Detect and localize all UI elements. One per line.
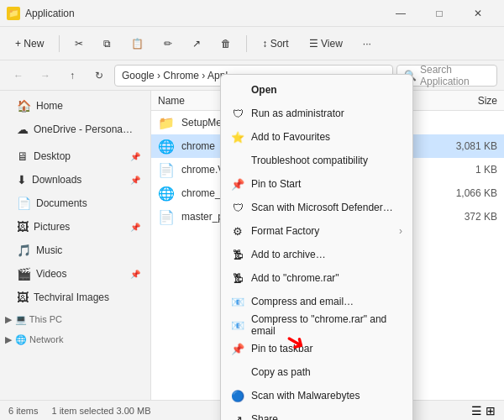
search-placeholder: Search Application [420, 64, 490, 87]
ctx-add-rar[interactable]: 🗜 Add to "chrome.rar" [221, 266, 412, 290]
downloads-icon: ⬇ [17, 173, 27, 186]
taskbar-icon: 📌 [231, 342, 244, 355]
sidebar-label-pictures: Pictures [34, 221, 70, 233]
context-menu: Open 🛡 Run as administrator ⭐ Add to Fav… [220, 74, 413, 420]
sidebar-label-desktop: Desktop [34, 150, 71, 162]
music-icon: 🎵 [17, 244, 31, 257]
proxy-icon: 🌐 [158, 186, 175, 202]
file-size-chromeproxy: 1,066 KB [430, 187, 497, 199]
forward-button[interactable]: → [34, 64, 57, 87]
sidebar-item-home[interactable]: 🏠 Home [3, 94, 147, 118]
fav-icon: ⭐ [231, 130, 244, 144]
sidebar-group-thispc[interactable]: ▶ 💻 This PC [0, 309, 150, 329]
sidebar-item-onedrive[interactable]: ☁ OneDrive - Persona… [3, 118, 147, 141]
techviral-icon: 🖼 [17, 291, 29, 304]
ctx-pin-start[interactable]: 📌 Pin to Start [221, 172, 412, 196]
grid-view-button[interactable]: ⊞ [486, 404, 496, 417]
ctx-compress-rar-email[interactable]: 📧 Compress to "chrome.rar" and email [221, 313, 412, 337]
sidebar-label-thispc: 💻 This PC [15, 314, 62, 325]
submenu-arrow: › [399, 225, 402, 237]
title-bar-title: Application [25, 8, 381, 19]
home-icon: 🏠 [17, 99, 31, 113]
toolbar-divider-2 [246, 35, 247, 52]
videos-icon: 🎬 [17, 267, 31, 281]
ctx-add-archive[interactable]: 🗜 Add to archive… [221, 243, 412, 266]
ctx-format-factory[interactable]: ⚙ Format Factory › [221, 219, 412, 243]
delete-button[interactable]: 🗑 [213, 30, 239, 57]
documents-icon: 📄 [17, 197, 31, 210]
sidebar-label-techviral: Techviral Images [34, 291, 109, 303]
new-button[interactable]: + New [7, 30, 52, 57]
sidebar-item-pictures[interactable]: 🖼 Pictures [3, 215, 147, 239]
breadcrumb-text: Google › Chrome › Appl [122, 70, 228, 81]
ctx-share[interactable]: ↗ Share [221, 407, 412, 420]
desktop-icon: 🖥 [17, 150, 29, 163]
toolbar: + New ✂ ⧉ 📋 ✏ ↗ 🗑 ↕ Sort ☰ View ··· [0, 27, 504, 60]
ctx-copy-path[interactable]: Copy as path [221, 360, 412, 384]
expand-icon-net: ▶ [5, 334, 12, 345]
share-button[interactable]: ↗ [184, 30, 209, 57]
sort-button[interactable]: ↕ Sort [254, 30, 297, 57]
refresh-button[interactable]: ↻ [87, 64, 111, 87]
sidebar-item-videos[interactable]: 🎬 Videos [3, 262, 147, 286]
close-button[interactable]: ✕ [459, 0, 497, 27]
sidebar-label-network: 🌐 Network [15, 334, 63, 345]
minimize-button[interactable]: — [381, 0, 420, 27]
up-button[interactable]: ↑ [60, 64, 84, 87]
status-view-toggle: ☰ ⊞ [471, 404, 496, 417]
cut-button[interactable]: ✂ [66, 30, 92, 57]
rename-button[interactable]: ✏ [155, 30, 181, 57]
expand-icon: ▶ [5, 314, 12, 325]
admin-icon: 🛡 [231, 107, 244, 120]
sidebar-label-documents: Documents [36, 197, 87, 209]
list-view-button[interactable]: ☰ [471, 404, 482, 417]
pin-icon: 📌 [231, 177, 244, 191]
trouble-icon [231, 154, 244, 167]
sidebar-group-network[interactable]: ▶ 🌐 Network [0, 329, 150, 349]
status-selected: 1 item selected 3.00 MB [51, 406, 150, 416]
malware-icon: 🔵 [231, 389, 244, 402]
ctx-compress-email[interactable]: 📧 Compress and email… [221, 290, 412, 313]
sidebar-label-downloads: Downloads [32, 174, 81, 186]
sidebar-item-downloads[interactable]: ⬇ Downloads [3, 168, 147, 192]
status-items: 6 items [8, 406, 38, 416]
more-button[interactable]: ··· [354, 30, 380, 57]
sidebar-item-music[interactable]: 🎵 Music [3, 239, 147, 262]
open-icon [231, 83, 244, 97]
sidebar-item-documents[interactable]: 📄 Documents [3, 192, 147, 215]
title-bar-controls: — □ ✕ [381, 0, 497, 27]
sidebar-label-home: Home [36, 100, 63, 112]
title-bar: 📁 Application — □ ✕ [0, 0, 504, 27]
ctx-run-admin[interactable]: 🛡 Run as administrator [221, 102, 412, 125]
ctx-defender[interactable]: 🛡 Scan with Microsoft Defender… [221, 196, 412, 219]
back-button[interactable]: ← [7, 64, 30, 87]
copy-button[interactable]: ⧉ [95, 30, 119, 57]
ctx-open[interactable]: Open [221, 78, 412, 102]
file-size-visualelements: 1 KB [430, 164, 497, 176]
archive-icon: 🗜 [231, 248, 244, 261]
chrome-icon: 🌐 [158, 139, 175, 155]
sidebar-item-techviral[interactable]: 🖼 Techviral Images [3, 286, 147, 309]
ctx-pin-taskbar[interactable]: 📌 Pin to taskbar [221, 337, 412, 360]
prefs-icon: 📄 [158, 209, 175, 225]
sidebar: 🏠 Home ☁ OneDrive - Persona… 🖥 Desktop ⬇… [0, 91, 151, 400]
rar-icon: 🗜 [231, 271, 244, 285]
ctx-troubleshoot[interactable]: Troubleshoot compatibility [221, 149, 412, 172]
ctx-malwarebytes[interactable]: 🔵 Scan with Malwarebytes [221, 384, 412, 407]
maximize-button[interactable]: □ [420, 0, 459, 27]
folder-icon: 📁 [158, 115, 175, 131]
email-icon: 📧 [231, 295, 244, 308]
sidebar-label-videos: Videos [36, 268, 66, 280]
view-button[interactable]: ☰ View [301, 30, 351, 57]
doc-icon: 📄 [158, 162, 175, 178]
factory-icon: ⚙ [231, 224, 244, 238]
email2-icon: 📧 [231, 318, 244, 332]
ctx-add-favourites[interactable]: ⭐ Add to Favourites [221, 125, 412, 149]
sidebar-item-desktop[interactable]: 🖥 Desktop [3, 144, 147, 168]
sidebar-label-music: Music [36, 244, 62, 256]
defender-icon: 🛡 [231, 201, 244, 214]
onedrive-icon: ☁ [17, 123, 29, 136]
paste-button[interactable]: 📋 [123, 30, 152, 57]
path-icon [231, 365, 244, 379]
file-size-chrome: 3,081 KB [430, 140, 497, 152]
